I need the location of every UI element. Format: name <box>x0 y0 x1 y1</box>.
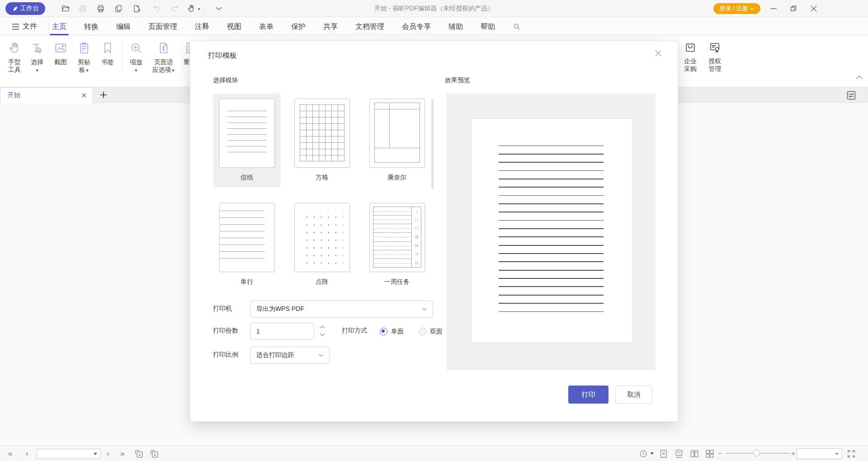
hamburger-icon <box>12 24 19 30</box>
continuous-view-icon[interactable] <box>674 449 684 459</box>
menu-tab-edit[interactable]: 编辑 <box>116 17 131 36</box>
last-page-button[interactable]: » <box>120 446 124 461</box>
tab-start-label: 开始 <box>8 91 20 99</box>
tool-zoom[interactable]: 缩放▼ <box>123 41 149 74</box>
template-card-grid[interactable]: 方格 <box>288 94 356 187</box>
copies-input[interactable] <box>250 323 314 340</box>
first-page-button[interactable]: « <box>8 446 12 461</box>
switch-view-icon[interactable] <box>846 90 857 101</box>
bookmark-icon <box>101 41 114 55</box>
dialog-close-icon[interactable] <box>653 48 663 58</box>
hand-tool-caret[interactable]: ▼ <box>197 7 201 11</box>
preview-lines <box>499 138 604 313</box>
menu-file[interactable]: 文件 <box>12 17 37 36</box>
copies-stepper[interactable] <box>318 324 326 339</box>
fullscreen-icon[interactable] <box>846 449 856 459</box>
toolbar-divider <box>122 41 123 71</box>
snapshot-icon <box>54 41 67 55</box>
radio-double-sided[interactable] <box>419 328 426 335</box>
radio-double-sided-label[interactable]: 双面 <box>430 328 443 336</box>
page-fit-icon <box>157 41 170 55</box>
previous-page-button[interactable]: ‹ <box>26 446 28 461</box>
menu-tab-page-management[interactable]: 页面管理 <box>148 17 177 36</box>
next-page-button[interactable]: › <box>107 446 109 461</box>
new-tab-button[interactable] <box>99 90 108 100</box>
chevron-down-icon <box>422 307 427 311</box>
template-card-cornell[interactable]: 康奈尔 <box>363 94 431 187</box>
undo-icon[interactable] <box>152 4 161 13</box>
cancel-button[interactable]: 取消 <box>615 386 652 404</box>
four-page-view-icon[interactable] <box>705 449 715 459</box>
zoom-in-button[interactable]: + <box>791 446 796 461</box>
tool-clipboard[interactable]: 剪贴板▼ <box>71 41 97 74</box>
tool-snapshot[interactable]: 截图 <box>48 41 73 66</box>
auto-scroll-icon[interactable] <box>638 449 648 459</box>
menu-tab-form[interactable]: 表单 <box>259 17 274 36</box>
zoom-slider-knob[interactable] <box>753 450 760 456</box>
tab-close-icon[interactable] <box>81 92 87 99</box>
template-scrollbar[interactable] <box>431 99 434 189</box>
shopping-bag-icon <box>684 41 697 54</box>
two-page-view-icon[interactable] <box>689 449 699 459</box>
zoom-out-button[interactable]: − <box>718 446 722 461</box>
chevron-down-icon <box>318 353 324 357</box>
tool-page-fit[interactable]: 页面适应选项▼ <box>149 41 178 74</box>
close-button[interactable] <box>810 5 818 12</box>
minimize-button[interactable] <box>769 5 778 12</box>
quill-icon <box>12 5 19 12</box>
menu-tab-protect[interactable]: 保护 <box>291 17 306 36</box>
menu-tab-comment[interactable]: 注释 <box>195 17 209 36</box>
zoom-level-combobox[interactable] <box>797 448 842 459</box>
maximize-button[interactable] <box>789 5 797 12</box>
tool-hand[interactable]: 手型工具 <box>2 41 27 74</box>
template-name: 点阵 <box>288 278 356 286</box>
template-thumb-single-line <box>219 203 275 272</box>
tool-snapshot-label: 截图 <box>54 58 67 66</box>
menu-tab-home[interactable]: 主页 <box>52 17 66 36</box>
tool-select[interactable]: 选择▼ <box>24 41 50 74</box>
radio-single-sided[interactable] <box>380 328 387 335</box>
auto-scroll-caret[interactable] <box>650 452 654 455</box>
tool-enterprise-purchase[interactable]: 企业采购 <box>677 41 703 73</box>
template-thumb-cornell <box>369 99 425 168</box>
menu-tab-convert[interactable]: 转换 <box>84 17 99 36</box>
template-card-dots[interactable]: 点阵 <box>288 198 356 292</box>
new-file-icon[interactable] <box>132 4 141 13</box>
print-button[interactable]: 打印 <box>568 386 609 404</box>
stepper-down-icon[interactable] <box>319 332 326 337</box>
printer-select[interactable]: 导出为WPS PDF <box>250 301 433 318</box>
print-icon[interactable] <box>96 4 105 13</box>
tool-license-management[interactable]: 授权管理 <box>702 41 728 73</box>
hand-tool-icon[interactable] <box>187 4 196 13</box>
login-register-button[interactable]: 登录 / 注册 <box>713 3 760 14</box>
next-view-icon[interactable] <box>149 449 159 459</box>
collapse-ribbon-icon[interactable] <box>856 75 863 80</box>
previous-view-icon[interactable] <box>134 449 144 459</box>
template-card-single-line[interactable]: 单行 <box>213 198 281 292</box>
radio-single-sided-label[interactable]: 单面 <box>391 328 404 336</box>
tab-start[interactable]: 开始 <box>0 87 93 103</box>
scale-select[interactable]: 适合打印边距 <box>250 347 330 364</box>
clipboard-icon <box>77 41 91 55</box>
menu-tab-view[interactable]: 视图 <box>227 17 241 36</box>
template-card-weekly-tasks[interactable]: 一 二 三 四 五 六 日 一周任务 <box>363 198 431 292</box>
menu-tab-membership[interactable]: 会员专享 <box>402 17 431 36</box>
stepper-up-icon[interactable] <box>319 325 326 329</box>
template-name: 一周任务 <box>363 278 431 286</box>
copy-page-icon[interactable] <box>114 4 123 13</box>
menu-tab-help[interactable]: 帮助 <box>481 17 495 36</box>
menu-tab-doc-management[interactable]: 文档管理 <box>355 17 384 36</box>
toolbar-visibility-icon[interactable] <box>214 4 223 13</box>
save-icon[interactable] <box>78 4 87 13</box>
search-icon[interactable] <box>513 23 521 31</box>
workspace-button[interactable]: 工作台 <box>5 2 45 15</box>
page-number-combobox[interactable] <box>37 449 101 459</box>
menu-tab-share[interactable]: 共享 <box>323 17 338 36</box>
single-page-view-icon[interactable] <box>659 449 669 459</box>
tool-bookmark[interactable]: 书签 <box>95 41 120 66</box>
menu-tab-accessibility[interactable]: 辅助 <box>448 17 463 36</box>
template-card-letter[interactable]: 信纸 <box>213 94 281 187</box>
open-file-icon[interactable] <box>61 4 70 13</box>
redo-icon[interactable] <box>170 4 179 13</box>
preview-label: 效果预览 <box>445 76 470 85</box>
